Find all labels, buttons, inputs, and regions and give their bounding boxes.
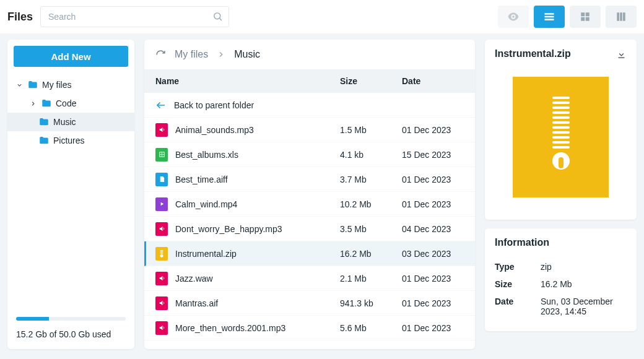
sidebar: Add New My filesCodeMusicPictures 15.2 G… <box>7 40 134 349</box>
file-name: Best_albums.xls <box>175 150 238 160</box>
arrow-left-icon <box>155 100 167 111</box>
audio-file-icon <box>155 123 168 137</box>
preview-panel: Instrumental.zip <box>485 40 637 220</box>
tree-item[interactable]: My files <box>7 76 134 94</box>
folder-tree: My filesCodeMusicPictures <box>7 73 134 309</box>
file-name: Mantras.aif <box>175 298 218 308</box>
file-row[interactable]: Instrumental.zip16.2 Mb03 Dec 2023 <box>144 241 475 266</box>
storage-text: 15.2 Gb of 50.0 Gb used <box>16 329 126 339</box>
file-size: 5.6 Mb <box>340 323 402 333</box>
large-grid-view-button[interactable] <box>606 6 637 28</box>
svg-point-21 <box>160 254 163 257</box>
svg-marker-17 <box>160 202 163 206</box>
file-row[interactable]: Calm_wind.mp410.2 Mb01 Dec 2023 <box>144 192 475 217</box>
svg-rect-7 <box>586 12 590 16</box>
refresh-icon[interactable] <box>155 50 166 60</box>
chevron-right-icon <box>30 100 37 107</box>
info-key: Date <box>495 296 541 316</box>
file-row[interactable]: Mantras.aif941.3 kb01 Dec 2023 <box>144 291 475 316</box>
search-icon[interactable] <box>212 11 223 22</box>
file-name: Best_time.aiff <box>175 175 228 184</box>
file-name: Jazz.waw <box>175 274 213 283</box>
column-header-size[interactable]: Size <box>340 76 402 86</box>
folder-icon <box>38 135 50 146</box>
file-row[interactable]: Jazz.waw2.1 Mb01 Dec 2023 <box>144 266 475 291</box>
svg-rect-8 <box>581 17 585 21</box>
svg-point-2 <box>512 15 515 18</box>
file-name: Calm_wind.mp4 <box>175 199 237 209</box>
folder-icon <box>41 98 52 109</box>
app-title: Files <box>7 11 33 24</box>
file-file-icon <box>155 173 168 186</box>
svg-rect-5 <box>545 19 554 20</box>
file-size: 3.7 Mb <box>340 175 402 184</box>
info-row: Typezip <box>495 258 627 275</box>
xls-file-icon <box>155 148 168 162</box>
file-date: 01 Dec 2023 <box>402 274 475 283</box>
back-label: Back to parent folder <box>174 100 254 110</box>
info-value: 16.2 Mb <box>541 279 627 289</box>
info-value: zip <box>541 262 627 272</box>
list-view-button[interactable] <box>534 6 565 28</box>
audio-file-icon <box>155 321 168 335</box>
add-new-button[interactable]: Add New <box>14 46 128 67</box>
file-row[interactable]: Dont_worry_Be_happy.mp33.5 Mb04 Dec 2023 <box>144 217 475 241</box>
tree-item[interactable]: Code <box>7 94 134 113</box>
svg-point-0 <box>214 13 220 19</box>
svg-rect-22 <box>619 57 625 58</box>
file-size: 2.1 Mb <box>340 274 402 283</box>
file-name: Animal_sounds.mp3 <box>175 125 254 135</box>
download-icon[interactable] <box>616 49 627 59</box>
svg-rect-10 <box>617 12 619 21</box>
file-name: More_then_words.2001.mp3 <box>175 323 285 333</box>
folder-icon <box>27 79 38 90</box>
file-date: 01 Dec 2023 <box>402 323 475 333</box>
file-size: 4.1 kb <box>340 150 402 160</box>
svg-line-1 <box>220 19 222 20</box>
folder-icon <box>38 116 50 128</box>
back-row[interactable]: Back to parent folder <box>144 93 475 118</box>
tree-item-label: Pictures <box>53 136 85 145</box>
small-grid-view-button[interactable] <box>570 6 601 28</box>
file-row[interactable]: More_then_words.2001.mp35.6 Mb01 Dec 202… <box>144 316 475 340</box>
tree-item[interactable]: Music <box>7 113 134 131</box>
breadcrumb-current: Music <box>234 49 260 60</box>
column-header-name[interactable]: Name <box>144 76 340 86</box>
preview-toggle-button[interactable] <box>498 6 529 28</box>
svg-rect-3 <box>545 13 554 15</box>
file-name: Instrumental.zip <box>175 249 237 259</box>
file-size: 941.3 kb <box>340 298 402 308</box>
video-file-icon <box>155 197 168 211</box>
file-date: 04 Dec 2023 <box>402 224 475 234</box>
file-size: 1.5 Mb <box>340 125 402 135</box>
file-row[interactable]: Animal_sounds.mp31.5 Mb01 Dec 2023 <box>144 118 475 142</box>
svg-rect-4 <box>545 16 554 18</box>
search-input[interactable] <box>40 6 229 27</box>
file-date: 03 Dec 2023 <box>402 249 475 259</box>
info-key: Type <box>495 262 541 272</box>
breadcrumb-parent[interactable]: My files <box>175 49 208 60</box>
info-row: DateSun, 03 December 2023, 14:45 <box>495 293 627 320</box>
tree-item[interactable]: Pictures <box>7 131 134 150</box>
svg-rect-9 <box>586 17 590 21</box>
zip-file-icon <box>155 247 168 261</box>
preview-title: Instrumental.zip <box>495 48 571 59</box>
zip-thumbnail <box>513 77 609 197</box>
file-row[interactable]: Best_albums.xls4.1 kb15 Dec 2023 <box>144 142 475 167</box>
tree-item-label: Music <box>53 117 76 127</box>
search-box <box>40 6 229 27</box>
svg-rect-6 <box>581 12 585 16</box>
tree-item-label: My files <box>42 80 71 90</box>
info-key: Size <box>495 279 541 289</box>
chevron-down-icon <box>16 82 24 89</box>
svg-rect-35 <box>559 157 564 168</box>
column-header-date[interactable]: Date <box>402 76 475 86</box>
storage-meter: 15.2 Gb of 50.0 Gb used <box>7 309 134 349</box>
audio-file-icon <box>155 296 168 310</box>
file-date: 01 Dec 2023 <box>402 298 475 308</box>
file-name: Dont_worry_Be_happy.mp3 <box>175 224 282 234</box>
file-row[interactable]: Best_time.aiff3.7 Mb01 Dec 2023 <box>144 167 475 192</box>
file-list-panel: My files Music Name Size Date Back to pa… <box>144 40 475 349</box>
audio-file-icon <box>155 222 168 236</box>
file-date: 01 Dec 2023 <box>402 175 475 184</box>
